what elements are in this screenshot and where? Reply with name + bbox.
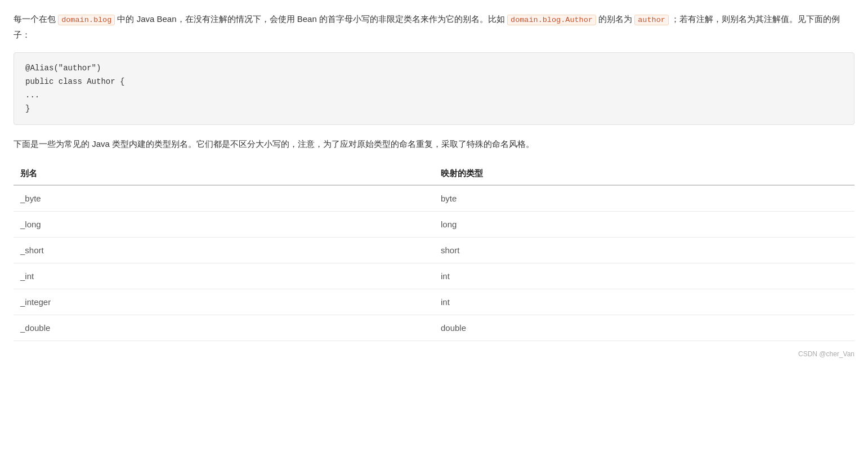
- table-cell-alias: _long: [14, 212, 434, 238]
- header-alias: 别名: [14, 163, 434, 185]
- table-row: _shortshort: [14, 238, 854, 263]
- table-cell-mapped-type: int: [434, 263, 854, 289]
- inline-code-domain-blog: domain.blog: [58, 15, 115, 25]
- intro-text-middle2: 的别名为: [598, 14, 632, 24]
- code-line-2: public class Author {: [25, 75, 843, 89]
- table-cell-mapped-type: int: [434, 289, 854, 315]
- code-block: @Alias("author") public class Author { .…: [14, 52, 854, 125]
- table-cell-mapped-type: short: [434, 238, 854, 263]
- code-line-4: }: [25, 102, 843, 116]
- table-row: _intint: [14, 263, 854, 289]
- second-paragraph: 下面是一些为常见的 Java 类型内建的类型别名。它们都是不区分大小写的，注意，…: [14, 136, 854, 151]
- table-cell-mapped-type: long: [434, 212, 854, 238]
- alias-table: 别名 映射的类型 _bytebyte_longlong_shortshort_i…: [14, 163, 854, 341]
- table-cell-alias: _double: [14, 315, 434, 341]
- intro-paragraph: 每一个在包 domain.blog 中的 Java Bean，在没有注解的情况下…: [14, 11, 854, 42]
- header-mapped-type: 映射的类型: [434, 163, 854, 185]
- table-row: _longlong: [14, 212, 854, 238]
- table-cell-alias: _short: [14, 238, 434, 263]
- table-row: _doubledouble: [14, 315, 854, 341]
- inline-code-author-alias: author: [634, 15, 669, 25]
- table-cell-mapped-type: double: [434, 315, 854, 341]
- table-cell-alias: _byte: [14, 185, 434, 212]
- table-row: _integerint: [14, 289, 854, 315]
- code-line-3: ...: [25, 89, 843, 102]
- footer-note: CSDN @cher_Van: [14, 350, 854, 358]
- table-row: _bytebyte: [14, 185, 854, 212]
- table-cell-mapped-type: byte: [434, 185, 854, 212]
- intro-text-before-code1: 每一个在包: [14, 14, 56, 24]
- table-header-row: 别名 映射的类型: [14, 163, 854, 185]
- table-cell-alias: _integer: [14, 289, 434, 315]
- table-cell-alias: _int: [14, 263, 434, 289]
- code-line-1: @Alias("author"): [25, 62, 843, 75]
- inline-code-author-class: domain.blog.Author: [507, 15, 596, 25]
- intro-text-middle1: 中的 Java Bean，在没有注解的情况下，会使用 Bean 的首字母小写的非…: [117, 14, 504, 24]
